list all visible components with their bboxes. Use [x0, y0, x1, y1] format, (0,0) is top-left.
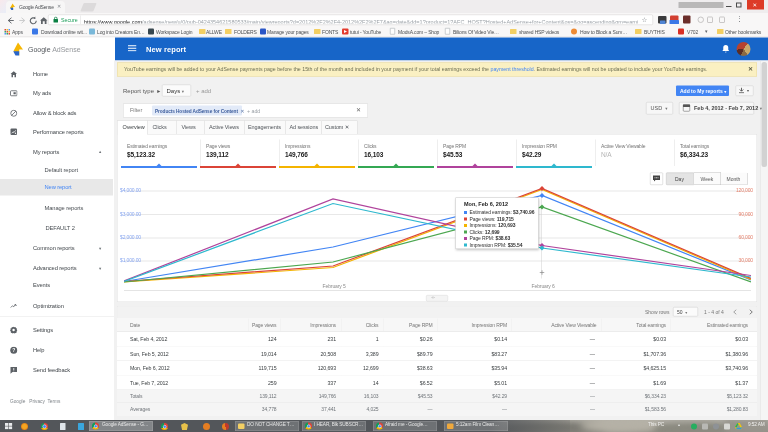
svg-text:?: ? — [12, 347, 15, 353]
